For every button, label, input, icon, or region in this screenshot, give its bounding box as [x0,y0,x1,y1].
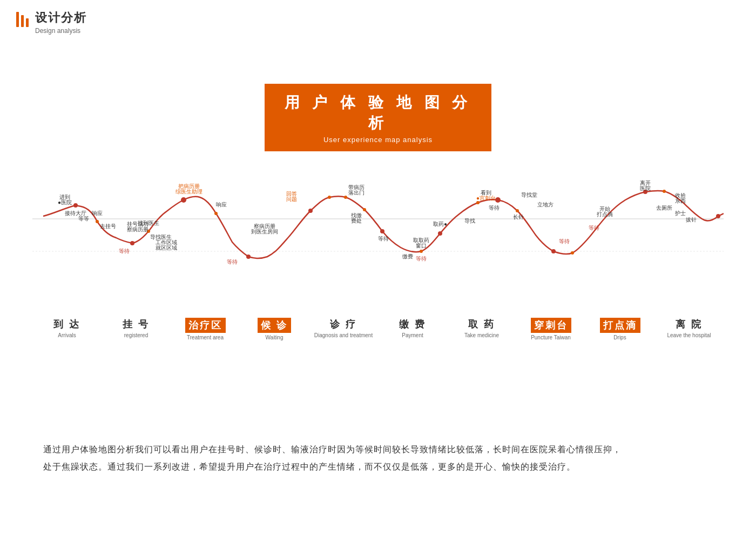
svg-text:窗口: 窗口 [416,243,427,249]
svg-text:打点滴: 打点滴 [596,211,613,217]
stage-payment: 缴 费 Payment [378,318,447,338]
stage-medicine-en: Take medicine [464,332,499,338]
stage-registered: 挂 号 registered [102,318,171,338]
stage-drips: 打点滴 Drips [585,318,654,340]
svg-point-3 [130,241,134,245]
svg-text:等待: 等待 [416,256,427,262]
stage-waiting-en: Waiting [266,335,284,340]
svg-text:等待: 等待 [227,259,238,265]
svg-text:综医生助理: 综医生助理 [176,189,202,195]
stage-medicine: 取 药 Take medicine [447,318,516,338]
svg-text:等待: 等待 [119,248,130,254]
svg-point-23 [663,190,666,193]
svg-text:费处: 费处 [351,218,362,224]
header-cn: 设计分析 [35,10,87,26]
svg-point-16 [328,196,331,199]
title-banner: 用 户 体 验 地 图 分 析 User experience map anal… [265,84,491,151]
svg-point-9 [495,197,501,203]
svg-text:●医院: ●医院 [58,199,72,205]
svg-text:到医生房间: 到医生房间 [251,229,278,235]
svg-text:等待: 等待 [559,238,570,244]
stage-waiting-cn: 候 诊 [258,318,291,333]
svg-point-21 [516,209,519,212]
svg-text:响应: 响应 [216,202,227,208]
svg-point-10 [551,249,556,253]
svg-text:缴费: 缴费 [402,253,413,259]
svg-text:立地方: 立地方 [537,202,554,208]
svg-text:等等: 等等 [78,216,89,222]
stage-leave-en: Leave the hospital [667,332,711,338]
brand-bars [16,10,29,27]
svg-text:去挂号: 去挂号 [100,223,116,229]
svg-point-5 [246,255,251,259]
stage-arrivals-cn: 到 达 [53,318,80,331]
desc-line-1: 通过用户体验地图分析我们可以看出用户在挂号时、候诊时、输液治疗时因为等候时间较长… [43,441,713,458]
title-cn: 用 户 体 验 地 图 分 析 [281,92,475,133]
svg-text:找到医生: 找到医生 [137,220,159,226]
svg-point-19 [420,250,423,253]
stage-waiting: 候 诊 Waiting [240,318,309,340]
stage-drips-cn: 打点滴 [600,318,640,333]
svg-point-22 [571,251,574,255]
stage-leave-cn: 离 院 [676,318,703,331]
svg-text:导找: 导找 [464,218,475,224]
stage-diagnosis-cn: 诊 疗 [330,318,357,331]
svg-text:拔针: 拔针 [686,217,697,223]
svg-text:●宫刺台: ●宫刺台 [476,195,496,201]
stage-arrivals: 到 达 Arrivals [32,318,102,338]
svg-text:导找堂: 导找堂 [521,192,537,198]
stage-payment-cn: 缴 费 [399,318,426,331]
svg-point-18 [363,208,366,211]
svg-text:医院: 医院 [640,185,651,191]
svg-point-13 [96,220,99,223]
svg-text:等待: 等待 [589,225,599,231]
page-header: 设计分析 Design analysis [16,10,87,35]
stage-treatment: 治疗区 Treatment area [171,318,240,340]
svg-text:问题: 问题 [286,196,297,202]
stage-puncture: 穿刺台 Puncture Taiwan [516,318,585,340]
svg-point-15 [214,212,218,215]
stage-diagnosis: 诊 疗 Diagnosis and treatment [309,318,378,338]
stage-payment-en: Payment [402,332,423,338]
svg-point-7 [380,229,384,233]
stage-puncture-cn: 穿刺台 [531,318,571,333]
emotion-chart: 进到 ●医院 挂号成功 察病历册 把病历册 综医生助理 回答 问题 带病历 落出… [32,168,724,286]
svg-text:东西: 东西 [675,198,686,204]
svg-text:护士: 护士 [674,210,686,216]
stage-treatment-cn: 治疗区 [185,318,226,333]
description-block: 通过用户体验地图分析我们可以看出用户在挂号时、候诊时、输液治疗时因为等候时间较长… [43,441,713,476]
svg-point-20 [476,201,480,204]
stages-row: 到 达 Arrivals 挂 号 registered 治疗区 Treatmen… [32,318,724,340]
stage-registered-en: registered [124,332,148,338]
stage-medicine-cn: 取 药 [468,318,495,331]
journey-map: 进到 ●医院 挂号成功 察病历册 把病历册 综医生助理 回答 问题 带病历 落出… [32,168,724,340]
svg-text:响应: 响应 [92,210,103,216]
svg-point-8 [438,231,442,236]
stage-diagnosis-en: Diagnosis and treatment [314,332,373,338]
header-text: 设计分析 Design analysis [35,10,87,35]
svg-point-4 [181,197,186,203]
svg-text:等待: 等待 [378,236,389,242]
bar-2 [21,15,24,27]
svg-text:就区区域: 就区区域 [156,245,177,251]
svg-point-2 [73,203,78,208]
title-en: User experience map analysis [281,136,475,144]
stage-leave: 离 院 Leave the hospital [654,318,724,338]
stage-drips-en: Drips [613,335,626,340]
bar-3 [26,18,29,27]
svg-text:长针: 长针 [513,214,524,220]
svg-text:察病历册: 察病历册 [127,226,148,232]
stage-treatment-en: Treatment area [187,335,224,340]
desc-line-2: 处于焦躁状态。通过我们一系列改进，希望提升用户在治疗过程中的产生情绪，而不仅仅是… [43,458,713,476]
header-en: Design analysis [35,27,87,35]
stage-puncture-en: Puncture Taiwan [531,335,571,340]
svg-point-17 [344,196,347,199]
svg-point-12 [716,214,720,218]
svg-text:去厕所: 去厕所 [656,205,672,211]
bar-1 [16,12,19,27]
svg-text:落出门: 落出门 [348,190,364,196]
stage-arrivals-en: Arrivals [58,332,76,338]
svg-text:取药●: 取药● [433,221,447,227]
svg-text:等待: 等待 [489,205,500,211]
stage-registered-cn: 挂 号 [123,318,150,331]
